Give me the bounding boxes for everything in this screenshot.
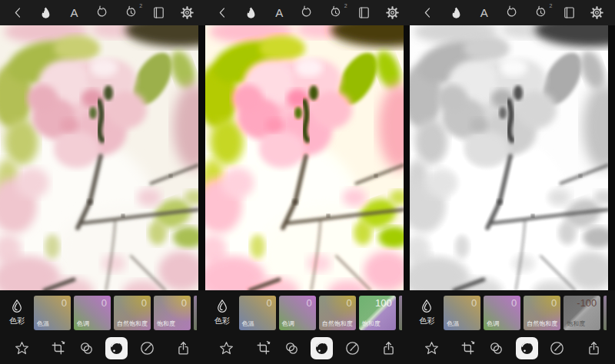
tile-label: 自然饱和度 — [117, 319, 148, 328]
tile-value: 0 — [62, 297, 67, 309]
share-button[interactable] — [175, 339, 193, 358]
adjust-dial-icon — [108, 340, 125, 356]
tile-value: 0 — [181, 297, 187, 309]
tile-saturation[interactable]: 0 饱和度 — [154, 296, 191, 330]
history-button[interactable]: 2 — [121, 4, 140, 22]
editor-panel-3: A 2 色彩 0 色温 0 色调 0 自然饱和度 — [410, 0, 615, 364]
tile-value: 0 — [511, 297, 517, 309]
tile-label: 饱和度 — [362, 319, 381, 328]
tile-value: 0 — [551, 297, 557, 309]
tile-label: 自然饱和度 — [322, 319, 353, 328]
filters-button[interactable] — [487, 339, 506, 358]
adjust-tool-active-button[interactable] — [105, 337, 128, 359]
blossom-photo-normal — [0, 25, 198, 290]
tile-vibrance[interactable]: 0 自然饱和度 — [319, 296, 356, 330]
color-section-button[interactable]: 色彩 — [410, 296, 444, 326]
tile-value: 0 — [346, 297, 351, 309]
top-toolbar: A 2 — [410, 0, 615, 25]
color-section-label: 色彩 — [214, 316, 230, 326]
text-tool-button[interactable]: A — [65, 4, 84, 22]
history-count-badge: 2 — [550, 3, 553, 8]
color-section-button[interactable]: 色彩 — [0, 296, 34, 326]
tile-value: 0 — [471, 297, 477, 309]
brush-tool-button[interactable] — [343, 339, 361, 358]
favorite-star-button[interactable] — [422, 339, 440, 358]
tile-color-temperature[interactable]: 0 色温 — [239, 296, 276, 330]
adjust-tool-active-button[interactable] — [516, 337, 538, 359]
canvas-frame-button[interactable] — [560, 4, 578, 22]
tile-color-temperature[interactable]: 0 色温 — [34, 296, 71, 330]
photo-canvas[interactable] — [0, 25, 205, 290]
favorite-star-button[interactable] — [218, 339, 236, 358]
adjust-dial-icon — [519, 340, 535, 356]
tile-label: 饱和度 — [157, 319, 175, 328]
tile-tint[interactable]: 0 色调 — [279, 296, 316, 330]
top-toolbar: A 2 — [205, 0, 411, 25]
undo-button[interactable] — [504, 4, 522, 22]
tile-label: 色调 — [487, 319, 499, 328]
brush-tool-button[interactable] — [548, 339, 567, 358]
back-button[interactable] — [214, 4, 232, 22]
adjustment-tile-row: 色彩 0 色温 0 色调 0 自然饱和度 100 饱和度 — [205, 290, 411, 333]
tool-cluster — [459, 337, 567, 359]
history-count-badge: 2 — [139, 3, 142, 8]
back-button[interactable] — [8, 4, 27, 22]
canvas-frame-button[interactable] — [150, 4, 168, 22]
color-section-button[interactable]: 色彩 — [205, 296, 239, 326]
settings-gear-icon[interactable] — [383, 4, 401, 22]
tile-value: 0 — [306, 297, 311, 309]
crop-rotate-button[interactable] — [48, 339, 67, 358]
next-tile-sliver — [603, 296, 607, 330]
color-section-label: 色彩 — [419, 316, 434, 326]
crop-rotate-button[interactable] — [254, 339, 272, 358]
next-tile-sliver — [399, 296, 402, 330]
settings-gear-icon[interactable] — [588, 4, 607, 22]
color-droplet-icon — [214, 297, 230, 315]
filters-button[interactable] — [282, 339, 301, 358]
adjustment-tile-row: 色彩 0 色温 0 色调 0 自然饱和度 -100 饱和度 — [410, 290, 615, 333]
crop-rotate-button[interactable] — [459, 339, 477, 358]
share-button[interactable] — [584, 339, 603, 358]
enhance-droplet-icon[interactable] — [37, 4, 55, 22]
favorite-star-button[interactable] — [12, 339, 31, 358]
photo-canvas[interactable] — [410, 25, 615, 290]
tool-cluster — [254, 337, 361, 359]
color-droplet-icon — [9, 297, 25, 315]
tile-vibrance[interactable]: 0 自然饱和度 — [114, 296, 151, 330]
adjust-dial-icon — [314, 340, 330, 356]
tile-label: 饱和度 — [567, 319, 585, 328]
photo-canvas[interactable] — [205, 25, 411, 290]
bottom-toolbar — [410, 333, 615, 364]
bottom-toolbar — [0, 333, 205, 364]
top-toolbar: A 2 — [0, 0, 205, 25]
color-droplet-icon — [419, 297, 434, 315]
text-tool-button[interactable]: A — [270, 4, 288, 22]
history-button[interactable]: 2 — [531, 4, 550, 22]
blossom-photo-grayscale — [410, 25, 608, 290]
tile-saturation[interactable]: -100 饱和度 — [563, 296, 600, 330]
filters-button[interactable] — [77, 339, 95, 358]
tile-label: 色调 — [77, 319, 89, 328]
undo-button[interactable] — [298, 4, 317, 22]
adjust-tool-active-button[interactable] — [311, 337, 333, 359]
tile-tint[interactable]: 0 色调 — [74, 296, 111, 330]
next-tile-sliver — [194, 296, 197, 330]
tile-label: 自然饱和度 — [527, 319, 557, 328]
text-tool-button[interactable]: A — [475, 4, 494, 22]
tile-tint[interactable]: 0 色调 — [484, 296, 520, 330]
history-button[interactable]: 2 — [327, 4, 345, 22]
tile-vibrance[interactable]: 0 自然饱和度 — [524, 296, 560, 330]
canvas-frame-button[interactable] — [355, 4, 374, 22]
tile-saturation[interactable]: 100 饱和度 — [359, 296, 396, 330]
settings-gear-icon[interactable] — [178, 4, 197, 22]
color-section-label: 色彩 — [9, 316, 25, 326]
tile-color-temperature[interactable]: 0 色温 — [444, 296, 480, 330]
brush-tool-button[interactable] — [138, 339, 156, 358]
share-button[interactable] — [379, 339, 397, 358]
enhance-droplet-icon[interactable] — [447, 4, 465, 22]
editor-panel-1: A 2 色彩 0 色温 0 色调 0 自然饱和度 — [0, 0, 205, 364]
bottom-toolbar — [205, 333, 411, 364]
undo-button[interactable] — [93, 4, 111, 22]
back-button[interactable] — [418, 4, 437, 22]
enhance-droplet-icon[interactable] — [241, 4, 260, 22]
